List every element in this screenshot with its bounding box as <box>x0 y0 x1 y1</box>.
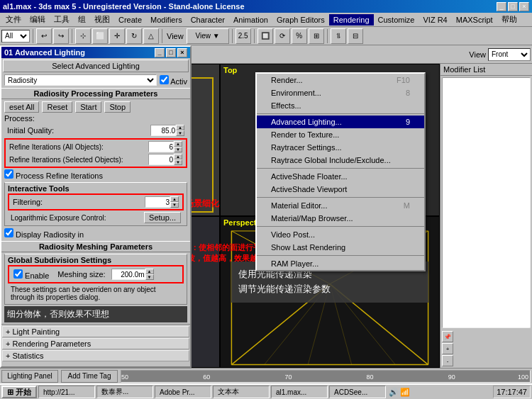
active-checkbox[interactable] <box>160 75 169 84</box>
menu-raytrace-global[interactable]: Raytrace Global Include/Exclude... <box>257 154 424 167</box>
display-radiosity-label[interactable]: Display Radiosity in <box>4 228 84 239</box>
menu-help[interactable]: 帮助 <box>497 13 521 26</box>
ms-down-button[interactable]: ▼ <box>145 274 154 280</box>
filtering-spinner-buttons[interactable]: ▲ ▼ <box>170 196 179 208</box>
menu-material-editor[interactable]: Material Editor... M <box>257 199 424 212</box>
iq-down-button[interactable]: ▼ <box>176 130 184 136</box>
menu-show-last-rendering[interactable]: Show Last Rendering <box>257 241 424 254</box>
taskbar-item-6[interactable]: ACDSee... <box>329 386 386 398</box>
ms-up-button[interactable]: ▲ <box>145 269 154 274</box>
enabled-checkbox[interactable] <box>13 269 23 279</box>
start-button[interactable]: ⊞ 开始 <box>1 386 37 398</box>
menu-file[interactable]: 文件 <box>1 13 26 26</box>
menu-group[interactable]: 组 <box>74 13 90 26</box>
taskbar-item-4[interactable]: 文本本 <box>213 386 270 398</box>
filtering-spinner[interactable]: ▲ ▼ <box>145 196 179 208</box>
ra-up-button[interactable]: ▲ <box>174 141 182 147</box>
move-button[interactable]: ✛ <box>109 28 125 44</box>
menu-maxscript[interactable]: MAXScript <box>452 14 497 26</box>
menu-tools[interactable]: 工具 <box>50 13 74 26</box>
rendering-params-button[interactable]: + Rendering Parameters <box>2 338 189 349</box>
refine-all-spinner[interactable]: ▲ ▼ <box>148 141 182 152</box>
initial-quality-input[interactable] <box>150 125 176 136</box>
add-time-tag-btn[interactable]: Add Time Tag <box>61 370 118 383</box>
taskbar-item-5[interactable]: al1.max... <box>271 386 328 398</box>
enabled-label[interactable]: Enable <box>13 269 49 280</box>
refine-selected-spinner-buttons[interactable]: ▲ ▼ <box>174 154 182 165</box>
menu-environment[interactable]: Environment... 8 <box>257 86 424 99</box>
menu-material-map-browser[interactable]: Material/Map Browser... <box>257 212 424 225</box>
process-refine-checkbox[interactable] <box>4 169 13 179</box>
f-down-button[interactable]: ▼ <box>170 202 179 208</box>
lighting-panel-btn[interactable]: Lighting Panel <box>1 370 58 383</box>
dialog-min-button[interactable]: _ <box>155 48 165 57</box>
menu-vizr4[interactable]: VIZ R4 <box>419 14 451 26</box>
display-radiosity-checkbox[interactable] <box>4 228 13 237</box>
view-combo-btn[interactable]: View ▼ <box>187 28 229 44</box>
refine-selected-spinner[interactable]: ▲ ▼ <box>148 154 182 165</box>
taskbar-item-2[interactable]: 数泰界... <box>96 386 153 398</box>
undo-button[interactable]: ↩ <box>36 28 52 44</box>
filtering-input[interactable] <box>145 196 170 208</box>
statistics-button[interactable]: + Statistics <box>2 350 189 361</box>
active-check-label[interactable]: Activ <box>160 75 187 86</box>
reset-all-button[interactable]: eset All <box>4 101 39 113</box>
ra-down-button[interactable]: ▼ <box>174 147 182 152</box>
menu-ram-player[interactable]: RAM Player... <box>257 257 424 270</box>
menu-animation[interactable]: Animation <box>229 14 272 26</box>
menu-render-to-texture[interactable]: Render to Texture... <box>257 128 424 141</box>
mirror-button[interactable]: ⥮ <box>331 28 346 44</box>
menu-advanced-lighting[interactable]: Advanced Lighting... 9 <box>257 116 424 128</box>
rotate-button[interactable]: ↻ <box>126 28 142 44</box>
maximize-button[interactable]: □ <box>508 2 518 11</box>
meshing-size-spinner-buttons[interactable]: ▲ ▼ <box>145 269 154 280</box>
initial-quality-spinner-buttons[interactable]: ▲ ▼ <box>176 125 184 136</box>
start-button[interactable]: Start <box>75 101 101 113</box>
redo-button[interactable]: ↪ <box>53 28 69 44</box>
spinner-snap-button[interactable]: ⊞ <box>309 28 324 44</box>
align-button[interactable]: ⊟ <box>348 28 363 44</box>
iq-up-button[interactable]: ▲ <box>176 125 184 130</box>
stop-button[interactable]: Stop <box>104 101 131 113</box>
timeline-ruler[interactable]: 50 60 70 80 90 100 <box>121 370 531 383</box>
mode-combo[interactable]: Radiosity <box>4 74 157 86</box>
menu-effects[interactable]: Effects... <box>257 99 424 112</box>
select-region-button[interactable]: ⬜ <box>92 28 108 44</box>
rs-down-button[interactable]: ▼ <box>174 159 182 165</box>
menu-customize[interactable]: Customize <box>374 14 419 26</box>
all-combo[interactable]: All <box>1 30 30 43</box>
spinner-25[interactable]: 2.5 <box>235 28 251 44</box>
meshing-size-input[interactable] <box>111 269 145 280</box>
menu-activeshade-viewport[interactable]: ActiveShade Viewport <box>257 183 424 196</box>
reset-button[interactable]: Reset <box>42 101 72 113</box>
f-up-button[interactable]: ▲ <box>170 196 179 202</box>
dialog-max-button[interactable]: □ <box>166 48 176 57</box>
percent-snap-button[interactable]: % <box>292 28 307 44</box>
dialog-close-button[interactable]: × <box>177 48 187 57</box>
menu-graph-editors[interactable]: Graph Editors <box>272 14 329 26</box>
refine-all-input[interactable] <box>148 141 174 152</box>
process-refine-label[interactable]: Process Refine Iterations <box>4 169 103 180</box>
initial-quality-spinner[interactable]: ▲ ▼ <box>150 125 184 136</box>
select-button[interactable]: ⊹ <box>75 28 91 44</box>
view-combo2[interactable]: Front <box>488 48 531 61</box>
menu-create[interactable]: Create <box>114 14 146 26</box>
menu-activeshade-floater[interactable]: ActiveShade Floater... <box>257 170 424 183</box>
setup-button[interactable]: Setup... <box>144 212 181 223</box>
menu-render[interactable]: Render... F10 <box>257 74 424 86</box>
minimize-button[interactable]: _ <box>497 2 506 11</box>
mod-remove-button[interactable]: - <box>442 355 453 366</box>
menu-rendering[interactable]: Rendering <box>329 14 374 26</box>
taskbar-item-1[interactable]: http://21... <box>38 386 95 398</box>
refine-all-spinner-buttons[interactable]: ▲ ▼ <box>174 141 182 152</box>
mod-pin-button[interactable]: 📌 <box>442 331 453 342</box>
menu-raytracer-settings[interactable]: Raytracer Settings... <box>257 141 424 154</box>
meshing-size-spinner[interactable]: ▲ ▼ <box>111 269 154 280</box>
title-bar-buttons[interactable]: _ □ × <box>497 2 529 11</box>
mod-add-button[interactable]: + <box>442 343 453 354</box>
angle-snap-button[interactable]: ⟳ <box>275 28 290 44</box>
menu-video-post[interactable]: Video Post... <box>257 228 424 241</box>
close-button[interactable]: × <box>519 2 529 11</box>
light-painting-button[interactable]: + Light Painting <box>2 326 189 337</box>
snap-button[interactable]: 🔲 <box>257 28 273 44</box>
